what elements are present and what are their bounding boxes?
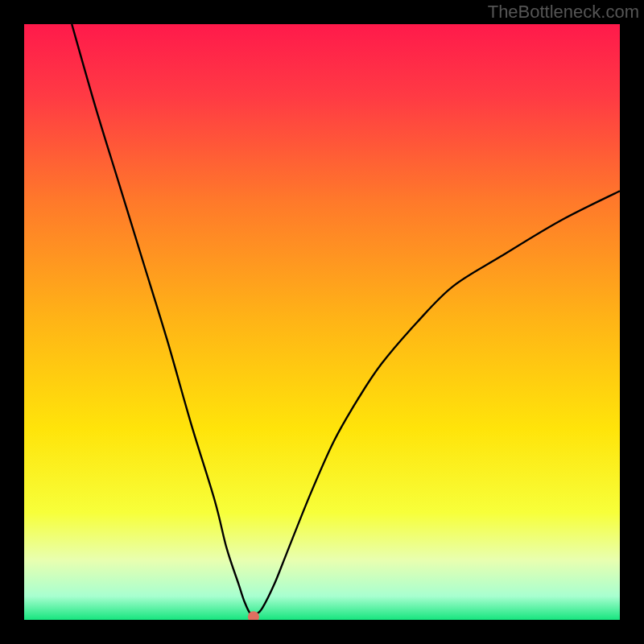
chart-plot [24, 24, 620, 620]
chart-frame: TheBottleneck.com [0, 0, 644, 644]
plot-background [24, 24, 620, 620]
watermark-text: TheBottleneck.com [488, 2, 639, 23]
